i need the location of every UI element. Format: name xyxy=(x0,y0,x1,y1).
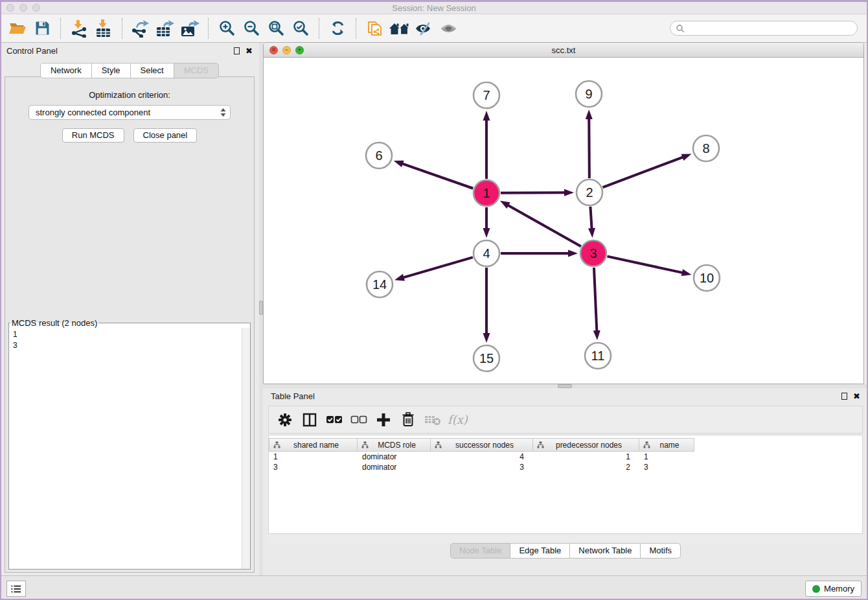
graph-arrowhead-1-6 xyxy=(394,161,404,167)
column-header-successor-nodes[interactable]: successor nodes xyxy=(431,438,533,452)
column-header-shared-name[interactable]: shared name xyxy=(269,438,358,452)
cell-MCDS-role[interactable]: dominator xyxy=(358,463,431,472)
tab-edge-table[interactable]: Edge Table xyxy=(510,543,570,559)
tab-node-table[interactable]: Node Table xyxy=(450,543,511,559)
graph-edge-2-9[interactable] xyxy=(589,118,589,178)
tab-network[interactable]: Network xyxy=(40,63,92,78)
export-network-button[interactable] xyxy=(128,17,153,40)
table-settings-button[interactable] xyxy=(275,410,295,430)
unchecked-boxes-icon xyxy=(350,415,367,424)
close-panel-icon[interactable]: ✖ xyxy=(246,47,253,54)
zoom-selected-button[interactable] xyxy=(288,17,313,40)
zoom-fit-button[interactable] xyxy=(264,17,288,40)
column-header-predecessor-nodes[interactable]: predecessor nodes xyxy=(533,438,639,452)
graph-arrowhead-4-15 xyxy=(483,333,490,343)
fx-icon: f(x) xyxy=(448,413,468,426)
cell-successor-nodes[interactable]: 4 xyxy=(431,452,533,461)
graph-edge-3-10[interactable] xyxy=(607,257,683,273)
function-builder-button[interactable]: f(x) xyxy=(448,410,468,430)
mac-titlebar: Session: New Session xyxy=(0,2,868,14)
task-history-button[interactable] xyxy=(6,581,26,597)
optimization-label: Optimization criterion: xyxy=(5,90,254,100)
refresh-icon xyxy=(329,19,347,37)
graph-edge-3-1[interactable] xyxy=(507,205,581,246)
search-icon xyxy=(676,24,685,33)
import-network-button[interactable] xyxy=(67,17,91,40)
cell-name[interactable]: 1 xyxy=(639,452,694,461)
save-icon xyxy=(35,21,50,36)
graph-edge-3-11[interactable] xyxy=(594,268,597,332)
close-panel-icon[interactable]: ✖ xyxy=(853,393,860,400)
export-image-button[interactable] xyxy=(177,17,202,40)
cell-successor-nodes[interactable]: 3 xyxy=(431,463,533,472)
memory-button[interactable]: Memory xyxy=(805,581,862,597)
search-input[interactable] xyxy=(685,23,852,34)
gear-icon xyxy=(278,413,292,427)
table-tabs: Node TableEdge TableNetwork TableMotifs xyxy=(263,543,868,559)
memory-status-icon xyxy=(812,585,820,593)
graph-edge-1-2[interactable] xyxy=(501,192,565,193)
column-layout-button[interactable] xyxy=(300,410,319,430)
optimization-select[interactable]: strongly connected component xyxy=(29,105,231,120)
home-view-button[interactable] xyxy=(387,17,411,40)
cell-name[interactable]: 3 xyxy=(639,463,694,472)
cell-predecessor-nodes[interactable]: 1 xyxy=(533,452,639,461)
run-mcds-button[interactable]: Run MCDS xyxy=(62,128,124,143)
delete-table-button[interactable] xyxy=(423,410,442,430)
tab-network-table[interactable]: Network Table xyxy=(569,543,641,559)
graph-edge-4-14[interactable] xyxy=(403,257,473,278)
column-header-name[interactable]: name xyxy=(639,438,694,452)
tab-motifs[interactable]: Motifs xyxy=(640,543,681,559)
cell-shared-name[interactable]: 1 xyxy=(269,452,358,461)
refresh-view-button[interactable] xyxy=(325,17,350,40)
graph-node-label-11: 11 xyxy=(591,349,605,363)
zoom-out-button[interactable] xyxy=(239,17,264,40)
cell-MCDS-role[interactable]: dominator xyxy=(358,452,431,461)
graph-edge-2-3[interactable] xyxy=(590,207,591,229)
add-column-button[interactable] xyxy=(374,410,393,430)
open-session-button[interactable] xyxy=(5,17,30,40)
close-network-icon[interactable]: ✕ xyxy=(269,46,278,54)
float-panel-icon[interactable] xyxy=(841,393,847,400)
task-list-icon xyxy=(11,584,21,594)
network-window-titlebar[interactable]: ✕ − + scc.txt xyxy=(264,43,863,58)
delete-column-button[interactable] xyxy=(398,410,418,430)
tab-mcds[interactable]: MCDS xyxy=(174,63,219,78)
delete-table-icon xyxy=(424,414,441,426)
node-table-row[interactable]: 1dominator411 xyxy=(269,452,862,462)
cell-predecessor-nodes[interactable]: 2 xyxy=(533,463,639,472)
select-all-columns-button[interactable] xyxy=(325,410,344,430)
close-panel-button[interactable]: Close panel xyxy=(133,128,198,143)
hide-selected-button[interactable] xyxy=(411,17,436,40)
column-header-MCDS-role[interactable]: MCDS role xyxy=(358,438,431,452)
minimize-network-icon[interactable]: − xyxy=(282,46,291,54)
copy-view-button[interactable] xyxy=(362,17,387,40)
show-all-button[interactable] xyxy=(436,17,461,40)
graph-edge-2-8[interactable] xyxy=(603,157,684,187)
export-image-icon xyxy=(180,19,200,38)
maximize-network-icon[interactable]: + xyxy=(295,46,304,54)
zoom-in-button[interactable] xyxy=(214,17,239,40)
table-panel: Table Panel ✖ xyxy=(263,388,868,575)
result-scrollbar[interactable] xyxy=(242,328,250,569)
import-table-button[interactable] xyxy=(91,17,116,40)
import-table-icon xyxy=(95,19,113,38)
tab-select[interactable]: Select xyxy=(130,63,174,78)
deselect-all-columns-button[interactable] xyxy=(349,410,369,430)
network-canvas[interactable]: 7968124314101511 xyxy=(264,58,863,384)
node-table-row[interactable]: 3dominator323 xyxy=(269,462,862,472)
tab-style[interactable]: Style xyxy=(91,63,131,78)
table-horizontal-scrollbar[interactable] xyxy=(268,535,863,543)
cell-shared-name[interactable]: 3 xyxy=(269,463,358,472)
toolbar-separator xyxy=(356,18,356,39)
toolbar-separator xyxy=(208,18,209,39)
table-toolbar: f(x) xyxy=(268,406,863,433)
export-table-button[interactable] xyxy=(153,17,177,40)
mcds-result-title: MCDS result (2 nodes) xyxy=(10,318,98,328)
save-session-button[interactable] xyxy=(30,17,54,40)
graph-arrowhead-4-3 xyxy=(568,250,578,257)
float-panel-icon[interactable] xyxy=(234,47,240,54)
search-field[interactable] xyxy=(670,21,858,36)
graph-edge-1-6[interactable] xyxy=(402,163,473,189)
column-type-icon xyxy=(435,441,442,448)
